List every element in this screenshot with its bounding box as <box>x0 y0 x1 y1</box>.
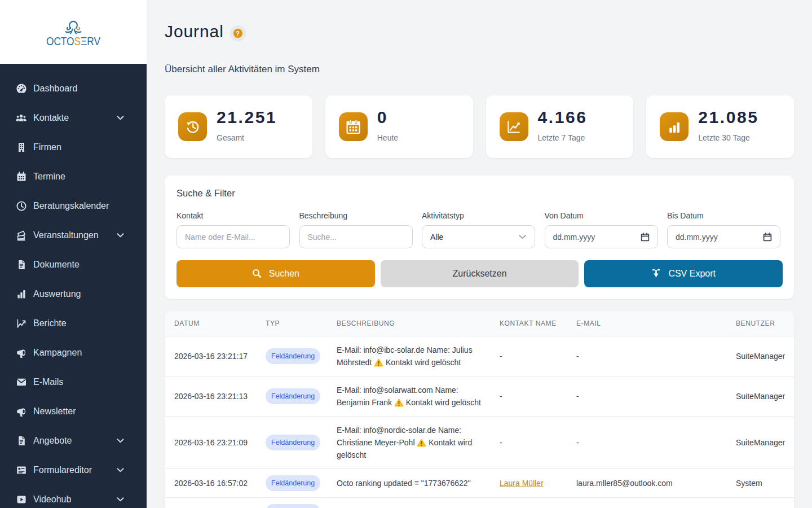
svg-text:OCTOSΞRV: OCTOSΞRV <box>46 34 101 47</box>
